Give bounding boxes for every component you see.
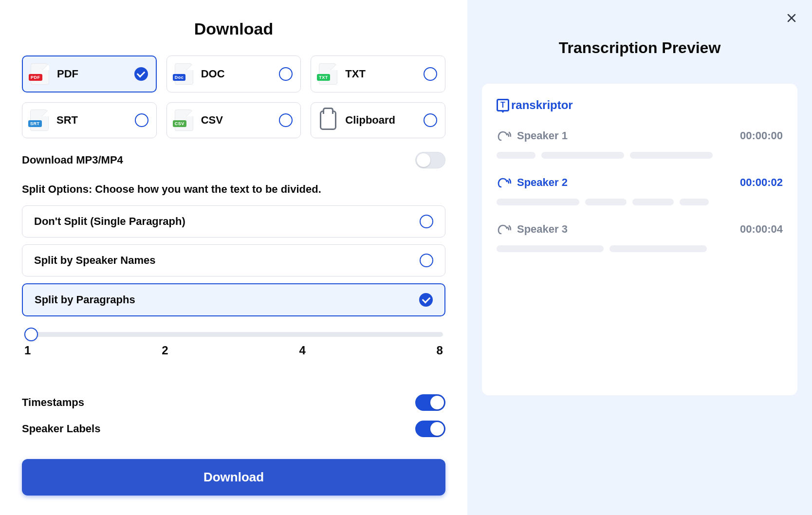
placeholder-bar xyxy=(497,199,579,205)
radio-indicator xyxy=(134,67,148,81)
slider-mark: 8 xyxy=(437,344,443,357)
format-option-clipboard[interactable]: Clipboard xyxy=(311,102,445,138)
brand-logo: Transkriptor xyxy=(497,98,783,112)
radio-indicator xyxy=(420,215,433,228)
radio-indicator xyxy=(279,67,293,81)
speaker-header: Speaker 200:00:02 xyxy=(497,175,783,190)
placeholder-bar xyxy=(497,245,604,252)
split-option-speaker[interactable]: Split by Speaker Names xyxy=(22,244,445,276)
radio-indicator xyxy=(419,293,433,307)
split-option-paragraphs[interactable]: Split by Paragraphs xyxy=(22,283,445,316)
csv-file-icon: CSV xyxy=(175,110,193,131)
placeholder-bars xyxy=(497,152,783,159)
speaker-name: Speaker 1 xyxy=(517,129,568,142)
format-label: TXT xyxy=(345,68,416,80)
clipboard-icon xyxy=(320,110,336,130)
timestamps-row: Timestamps xyxy=(22,394,445,411)
format-option-doc[interactable]: DocDOC xyxy=(166,55,301,92)
placeholder-bar xyxy=(609,245,707,252)
speaker-icon xyxy=(497,222,511,237)
placeholder-bar xyxy=(630,152,713,159)
format-label: DOC xyxy=(201,68,272,80)
radio-indicator xyxy=(279,113,293,127)
format-option-txt[interactable]: TXTTXT xyxy=(311,55,445,92)
speaker-block: Speaker 100:00:00 xyxy=(497,129,783,159)
split-options: Don't Split (Single Paragraph)Split by S… xyxy=(22,205,445,323)
split-option-label: Split by Paragraphs xyxy=(35,294,135,306)
placeholder-bar xyxy=(497,152,535,159)
download-title: Download xyxy=(22,19,445,38)
brand-logo-mark: T xyxy=(497,99,509,111)
format-option-srt[interactable]: SRTSRT xyxy=(22,102,157,138)
speaker-header: Speaker 100:00:00 xyxy=(497,129,783,143)
download-media-label: Download MP3/MP4 xyxy=(22,154,123,166)
speaker-block: Speaker 200:00:02 xyxy=(497,175,783,205)
format-label: Clipboard xyxy=(345,114,416,127)
format-label: CSV xyxy=(201,114,272,127)
brand-logo-text: ranskriptor xyxy=(511,98,573,112)
preview-panel: Transcription Preview Transkriptor Speak… xyxy=(467,0,812,515)
speaker-labels-toggle[interactable] xyxy=(415,421,445,437)
split-option-label: Split by Speaker Names xyxy=(34,254,155,267)
radio-indicator xyxy=(424,67,437,81)
placeholder-bar xyxy=(541,152,624,159)
placeholder-bar xyxy=(680,199,709,205)
download-panel: Download PDFPDFDocDOCTXTTXTSRTSRTCSVCSVC… xyxy=(0,0,467,515)
speaker-icon xyxy=(497,129,511,143)
speaker-header: Speaker 300:00:04 xyxy=(497,222,783,237)
radio-indicator xyxy=(424,113,437,127)
radio-indicator xyxy=(420,254,433,267)
download-media-toggle[interactable] xyxy=(415,152,445,168)
speaker-time: 00:00:02 xyxy=(740,176,783,189)
timestamps-label: Timestamps xyxy=(22,396,84,409)
download-button[interactable]: Download xyxy=(22,459,445,496)
pdf-file-icon: PDF xyxy=(31,63,49,85)
format-grid: PDFPDFDocDOCTXTTXTSRTSRTCSVCSVClipboard xyxy=(22,55,445,138)
speaker-icon xyxy=(497,175,511,190)
download-media-row: Download MP3/MP4 xyxy=(22,152,445,168)
close-icon[interactable] xyxy=(786,12,797,26)
doc-file-icon: Doc xyxy=(175,63,193,85)
format-option-csv[interactable]: CSVCSV xyxy=(166,102,301,138)
speakers-list: Speaker 100:00:00Speaker 200:00:02Speake… xyxy=(497,129,783,252)
slider-mark: 4 xyxy=(299,344,305,357)
slider-mark: 1 xyxy=(24,344,31,357)
txt-file-icon: TXT xyxy=(319,63,337,85)
split-option-label: Don't Split (Single Paragraph) xyxy=(34,215,185,228)
speaker-name: Speaker 3 xyxy=(517,223,568,236)
speaker-labels-row: Speaker Labels xyxy=(22,421,445,437)
slider-mark: 2 xyxy=(162,344,168,357)
split-section-label: Split Options: Choose how you want the t… xyxy=(22,183,445,196)
placeholder-bars xyxy=(497,199,783,205)
radio-indicator xyxy=(135,113,148,127)
timestamps-toggle[interactable] xyxy=(415,394,445,411)
format-label: PDF xyxy=(57,68,127,80)
placeholder-bars xyxy=(497,245,783,252)
speaker-labels-label: Speaker Labels xyxy=(22,423,100,435)
paragraph-slider[interactable]: 1248 xyxy=(24,332,443,357)
format-option-pdf[interactable]: PDFPDF xyxy=(22,55,157,92)
placeholder-bar xyxy=(632,199,674,205)
speaker-name: Speaker 2 xyxy=(517,176,568,189)
slider-thumb[interactable] xyxy=(24,328,38,341)
speaker-block: Speaker 300:00:04 xyxy=(497,222,783,252)
speaker-time: 00:00:04 xyxy=(740,223,783,236)
format-label: SRT xyxy=(56,114,127,127)
srt-file-icon: SRT xyxy=(30,110,49,131)
split-option-none[interactable]: Don't Split (Single Paragraph) xyxy=(22,205,445,238)
preview-card: Transkriptor Speaker 100:00:00Speaker 20… xyxy=(482,84,797,395)
preview-title: Transcription Preview xyxy=(482,39,797,57)
slider-marks: 1248 xyxy=(24,344,443,357)
placeholder-bar xyxy=(585,199,627,205)
speaker-time: 00:00:00 xyxy=(740,129,783,142)
